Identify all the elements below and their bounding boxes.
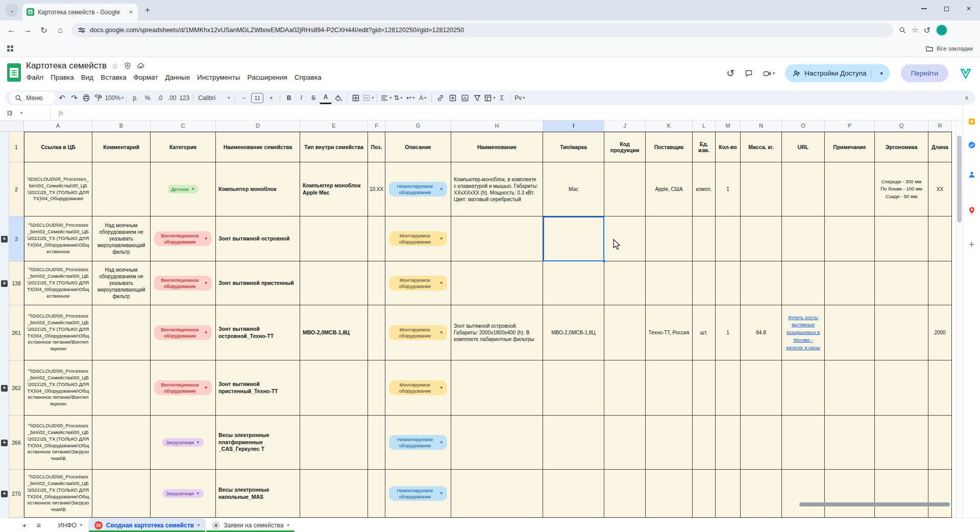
comments-icon[interactable] (745, 69, 753, 78)
chip-dropdown-icon[interactable]: ▼ (204, 330, 208, 335)
toolbar-collapse-icon[interactable]: ∧ (965, 94, 969, 101)
chip-dropdown-icon[interactable]: ▼ (439, 385, 444, 391)
sheet-tab-3[interactable]: 4Заявки на семейства▾ (206, 518, 295, 532)
cell-I262[interactable] (543, 360, 604, 416)
menu-6[interactable]: Данные (161, 72, 193, 82)
cell-J138[interactable] (604, 261, 646, 305)
cell-G2[interactable]: Немонтируемое оборудование▼ (385, 162, 451, 216)
add-panel-icon[interactable]: + (969, 240, 974, 249)
cell-O1[interactable]: URL (782, 132, 825, 162)
cell-P2[interactable] (825, 162, 875, 216)
menu-5[interactable]: Формат (130, 72, 161, 82)
cell-F266[interactable] (368, 416, 385, 470)
cell-F3[interactable] (368, 216, 385, 261)
filter-icon[interactable] (471, 92, 483, 104)
cell-H1[interactable]: Наименование (451, 132, 543, 162)
cell-P270[interactable] (825, 470, 875, 518)
toolbar-search[interactable]: Меню (10, 92, 56, 104)
cell-D2[interactable]: Компьютер моноблок (216, 162, 300, 216)
chip-dropdown-icon[interactable]: ▼ (196, 491, 200, 496)
cell-Q3[interactable] (875, 216, 928, 261)
column-header-P[interactable]: P (825, 120, 875, 132)
cell-E2[interactable]: Компьютер моноблок Apple Mac (300, 162, 368, 216)
table-view-button[interactable]: ▾ (483, 92, 496, 104)
functions-button[interactable]: Σ (496, 92, 508, 104)
cell-L2[interactable]: компл. (693, 162, 716, 216)
document-title[interactable]: Картотека семейств (26, 61, 107, 71)
cell-Q270[interactable] (875, 470, 928, 518)
cell-F261[interactable] (368, 305, 385, 360)
row-header-138[interactable]: 138 (9, 261, 24, 305)
cell-R266[interactable] (928, 416, 952, 470)
dropdown-chip[interactable]: Монтируемое оборудование▼ (389, 325, 447, 341)
cell-B261[interactable] (92, 305, 151, 360)
chip-dropdown-icon[interactable]: ▼ (439, 187, 444, 192)
chip-dropdown-icon[interactable]: ▼ (196, 440, 200, 445)
currency-format-button[interactable]: р. (129, 92, 141, 104)
cell-A261[interactable]: "\\DSCLOUD\00_Processes_bim\02_Семейства… (24, 305, 92, 360)
version-history-icon[interactable]: ↺ (726, 67, 734, 79)
expand-group-button[interactable]: + (1, 491, 8, 497)
cell-K1[interactable]: Поставщик (646, 132, 693, 162)
dropdown-chip[interactable]: Монтируемое оборудование▼ (389, 231, 447, 247)
cell-J270[interactable] (604, 470, 646, 518)
cell-G262[interactable]: Монтируемое оборудование▼ (385, 360, 451, 416)
text-wrap-button[interactable]: ↩▾ (404, 92, 416, 104)
menu-2[interactable]: Правка (47, 72, 78, 82)
cell-B266[interactable] (92, 416, 151, 470)
cell-G138[interactable]: Монтируемое оборудование▼ (385, 261, 451, 305)
cell-L1[interactable]: Ед. изм. (693, 132, 716, 162)
expand-group-button[interactable]: + (1, 440, 8, 446)
cell-R138[interactable] (928, 261, 952, 305)
menu-4[interactable]: Вставка (97, 72, 130, 82)
contacts-icon[interactable] (968, 171, 976, 179)
row-header-3[interactable]: 3 (9, 216, 24, 261)
cell-O261[interactable]: Купить зонты вытяжные козырьковые в Моск… (782, 305, 825, 360)
cell-A262[interactable]: "\\DSCLOUD\00_Processes_bim\02_Семейства… (24, 360, 92, 416)
dropdown-chip[interactable]: Вентиляционное оборудование▼ (154, 276, 211, 291)
row-header-2[interactable]: 2 (9, 162, 24, 216)
cell-A270[interactable]: "\\DSCLOUD\00_Processes_bim\02_Семейства… (24, 470, 92, 518)
cell-A2[interactable]: \\DSCLOUD\00_Processes_bim\02_Семейства\… (24, 162, 92, 216)
number-format-button[interactable]: 123 (178, 92, 190, 104)
workspace-logo-icon[interactable] (959, 66, 973, 81)
cell-R3[interactable] (928, 216, 952, 261)
cloud-saved-icon[interactable] (137, 62, 145, 70)
cell-G270[interactable]: Немонтируемое оборудование▼ (385, 470, 451, 518)
cell-J2[interactable] (604, 162, 646, 216)
meet-button[interactable]: ▾ (763, 69, 775, 78)
cell-O138[interactable] (782, 261, 825, 305)
tab-search-icon[interactable]: ⌄ (5, 4, 18, 17)
undo-icon[interactable]: ↶ (56, 92, 68, 104)
cell-D262[interactable]: Зонт вытяжной пристенный_Техно-ТТ (216, 360, 300, 416)
chip-dropdown-icon[interactable]: ▼ (204, 236, 208, 241)
cell-F1[interactable]: Поз. (368, 132, 385, 162)
cell-I3[interactable] (543, 216, 604, 261)
cell-D261[interactable]: Зонт вытяжной островной_Техно-ТТ (216, 305, 300, 360)
cell-E262[interactable] (300, 360, 368, 416)
cell-L261[interactable]: шт. (693, 305, 716, 360)
cell-D270[interactable]: Весы электронные напольные_MAS (216, 470, 300, 518)
cell-B138[interactable]: Над моечным оборудованием не указывать ж… (92, 261, 151, 305)
font-size-decrease-button[interactable]: − (237, 92, 250, 104)
all-bookmarks[interactable]: Все закладки (925, 44, 973, 53)
expand-group-button[interactable]: + (1, 280, 8, 287)
expand-group-button[interactable]: + (1, 385, 8, 392)
cell-K3[interactable] (646, 216, 693, 261)
browser-tab[interactable]: Картотека семейств - Google × (22, 4, 138, 20)
cell-O270[interactable] (782, 470, 825, 518)
percent-format-button[interactable]: % (141, 92, 154, 104)
back-icon[interactable]: ← (3, 26, 19, 35)
menu-8[interactable]: Расширения (243, 72, 291, 82)
cell-M3[interactable] (716, 216, 741, 261)
sync-icon[interactable]: ↺ (923, 26, 930, 35)
cell-J262[interactable] (604, 360, 646, 416)
cell-R1[interactable]: Длина (928, 132, 952, 162)
cell-K2[interactable]: Apple, США (646, 162, 693, 216)
menu-1[interactable]: Файл (23, 72, 47, 82)
sheet-tab-2[interactable]: 20Сводная картотека семейств▾ (88, 518, 206, 532)
cell-K261[interactable]: Техно-ТТ, Россия (646, 305, 693, 360)
vertical-scrollbar[interactable] (955, 120, 963, 518)
cell-M1[interactable]: Кол-во (716, 132, 741, 162)
horizontal-scrollbar-thumb[interactable] (799, 502, 950, 506)
